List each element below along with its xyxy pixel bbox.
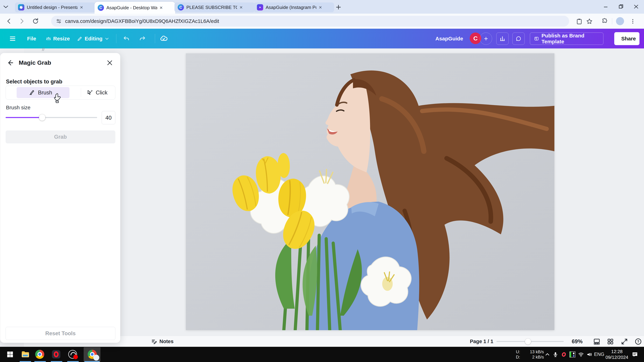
browser-tab-strip: Untitled design - Presentation × C AsapG…: [0, 0, 644, 14]
chrome-taskbar-icon[interactable]: [35, 349, 45, 359]
share-button[interactable]: Share: [614, 32, 640, 45]
running-indicator: [51, 361, 62, 362]
reload-icon[interactable]: [32, 17, 39, 25]
address-bar[interactable]: canva.com/design/DAGXFBBoiYg/0U8xD9Q6AHZ…: [51, 16, 569, 26]
clock-tray[interactable]: 12:28 09/12/2024: [604, 347, 629, 362]
bookmark-star-icon[interactable]: [586, 18, 593, 25]
browser-menu-kebab-icon[interactable]: [629, 18, 636, 25]
resize-menu[interactable]: Resize: [46, 29, 70, 48]
brush-icon: [28, 89, 35, 96]
file-menu[interactable]: File: [27, 29, 36, 48]
back-arrow-icon[interactable]: [7, 59, 14, 67]
browser-tab[interactable]: Untitled design - Presentation ×: [15, 2, 96, 12]
insights-chart-button[interactable]: [496, 32, 508, 45]
mouse-hand-cursor: [53, 93, 62, 104]
editing-menu[interactable]: Editing: [77, 29, 109, 48]
comments-button[interactable]: [512, 32, 525, 45]
canva-header: File Resize Editing AsapGuide C: [0, 29, 644, 48]
notification-center-icon[interactable]: [630, 347, 640, 362]
zoom-slider[interactable]: [496, 341, 564, 342]
design-canvas-image[interactable]: [186, 53, 554, 330]
clipboard-icon[interactable]: [576, 18, 583, 25]
date-label: 09/12/2024: [606, 355, 628, 360]
fullscreen-button[interactable]: [621, 336, 628, 347]
language-indicator[interactable]: ENG: [594, 347, 604, 362]
panel-title: Magic Grab: [19, 59, 51, 66]
cloud-saved-icon[interactable]: [160, 29, 168, 48]
profile-avatar[interactable]: [616, 17, 624, 25]
grab-label: Grab: [54, 134, 67, 140]
tab-search-chevron-icon[interactable]: [3, 5, 8, 9]
help-button[interactable]: ?: [634, 336, 642, 347]
page-label: Page 1 / 1: [470, 339, 493, 344]
window-restore-button[interactable]: [617, 3, 625, 10]
opera-taskbar-icon[interactable]: [51, 349, 61, 359]
publish-brand-template-button[interactable]: Publish as Brand Template: [530, 32, 604, 45]
back-icon[interactable]: [5, 17, 12, 25]
upload-label: U:: [516, 350, 520, 354]
click-label: Click: [96, 89, 108, 96]
redo-button[interactable]: [138, 29, 146, 48]
file-explorer-icon[interactable]: [20, 349, 30, 359]
brush-size-value[interactable]: 40: [102, 111, 115, 124]
grab-button[interactable]: Grab: [6, 130, 115, 143]
brush-size-label: Brush size: [6, 105, 30, 110]
svg-text:?: ?: [637, 340, 639, 344]
brush-mode-button[interactable]: Brush: [28, 86, 52, 99]
grid-view-button[interactable]: [607, 336, 614, 347]
upload-speed: 13 kB/s: [530, 350, 544, 354]
click-mode-button[interactable]: Click: [86, 86, 108, 99]
chrome-active-taskbar-icon[interactable]: [87, 349, 97, 359]
editing-label: Editing: [85, 36, 102, 42]
tab-close-icon[interactable]: ×: [240, 5, 243, 10]
segment-divider: [81, 88, 81, 97]
close-icon[interactable]: [106, 59, 113, 66]
download-label: D:: [516, 355, 520, 360]
wifi-tray-icon[interactable]: [577, 347, 585, 362]
browser-tab[interactable]: AsapGuide (Instagram Post) - Y ×: [254, 2, 334, 12]
tab-title: PLEASE SUBSCRIBE TO THIS CH: [186, 5, 237, 10]
notes-button[interactable]: Notes: [151, 336, 174, 347]
canva-favicon-icon: C: [178, 4, 184, 10]
pages-view-button[interactable]: [593, 336, 600, 347]
volume-tray-icon[interactable]: [585, 347, 594, 362]
tray-expand-chevron-icon[interactable]: [544, 347, 551, 362]
pencil-icon: [77, 36, 82, 41]
home-menu-icon[interactable]: [9, 29, 16, 48]
brush-size-slider-handle[interactable]: [39, 114, 45, 121]
zoom-slider-handle[interactable]: [525, 339, 531, 345]
tab-close-icon[interactable]: ×: [80, 5, 83, 10]
app-window-tray-icon[interactable]: [568, 347, 576, 362]
windows-taskbar: U:13 kB/s D:2 kB/s ENG 12:: [0, 347, 644, 362]
clipped-text-artifact: //: [42, 47, 44, 52]
obs-taskbar-icon[interactable]: [68, 349, 78, 359]
tab-close-icon[interactable]: ×: [160, 5, 163, 10]
tab-title: AsapGuide - Desktop Wallpape: [106, 5, 157, 10]
running-indicator: [20, 361, 31, 362]
video-favicon-icon: [257, 4, 263, 10]
browser-tab[interactable]: C PLEASE SUBSCRIBE TO THIS CH ×: [174, 2, 255, 12]
zoom-level[interactable]: 69%: [572, 336, 582, 347]
undo-button[interactable]: [122, 29, 130, 48]
download-speed: 2 kB/s: [532, 355, 544, 360]
forward-icon[interactable]: [18, 17, 26, 25]
start-button[interactable]: [5, 349, 15, 359]
new-tab-button[interactable]: [336, 4, 342, 10]
window-minimize-button[interactable]: [602, 3, 610, 10]
zoom-label: 69%: [572, 338, 582, 345]
reset-tools-button[interactable]: Reset Tools: [6, 327, 115, 340]
window-close-button[interactable]: [632, 3, 640, 10]
site-settings-icon[interactable]: [56, 18, 62, 24]
add-member-button[interactable]: [480, 32, 492, 45]
brush-size-slider[interactable]: [6, 117, 97, 118]
editor-workspace: Notes Page 1 / 1 69% ?: [0, 48, 644, 347]
tab-close-icon[interactable]: ×: [319, 5, 322, 10]
account-avatar[interactable]: C: [470, 32, 481, 44]
opera-tray-icon[interactable]: [560, 347, 568, 362]
url-text: canva.com/design/DAGXFBBoiYg/0U8xD9Q6AHZ…: [65, 18, 219, 24]
chevron-down-icon: [105, 36, 109, 41]
extensions-icon[interactable]: [601, 18, 608, 25]
microphone-tray-icon[interactable]: [552, 347, 559, 362]
browser-tab-active[interactable]: C AsapGuide - Desktop Wallpape ×: [94, 2, 175, 14]
tab-title: Untitled design - Presentation: [27, 5, 78, 10]
